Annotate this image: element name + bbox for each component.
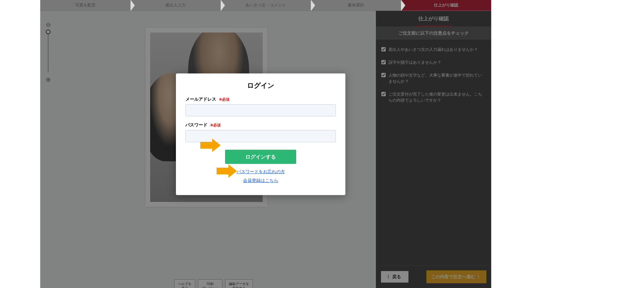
register-link[interactable]: 会員登録はこちら [185, 178, 336, 184]
modal-title: ログイン [185, 81, 336, 90]
email-field[interactable] [185, 104, 336, 117]
callout-arrow-icon [200, 139, 221, 152]
forgot-password-link[interactable]: パスワードをお忘れの方 [185, 169, 336, 175]
svg-marker-1 [217, 164, 237, 178]
app-frame: 写真を配置 差出人入力 あいさつ文・コメント 書体選択 仕上がり確認 ⊖ ⊕ 〒… [40, 0, 491, 288]
required-mark: ※必須 [219, 97, 229, 101]
callout-arrow-icon [217, 164, 237, 178]
login-button[interactable]: ログインする [225, 150, 296, 164]
svg-marker-0 [200, 139, 221, 152]
email-label: メールアドレス ※必須 [185, 96, 336, 102]
login-modal: ログイン メールアドレス ※必須 パスワード ※必須 ログインする パスワードを… [176, 74, 345, 195]
password-label: パスワード ※必須 [185, 122, 336, 128]
required-mark: ※必須 [210, 123, 221, 127]
